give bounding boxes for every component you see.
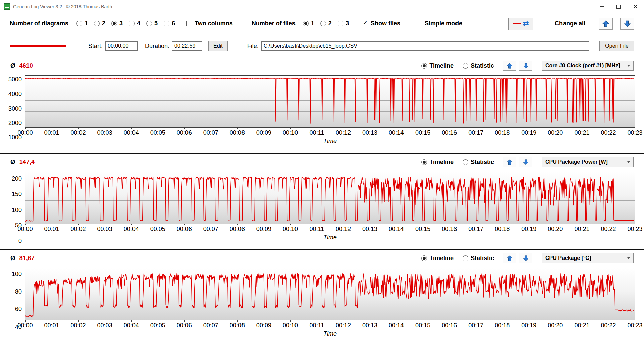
change-all-down-button[interactable]: [620, 18, 634, 30]
option-label: 4: [137, 20, 140, 27]
radio-icon[interactable]: [320, 21, 326, 26]
metric-dropdown[interactable]: CPU Package Power [W]: [542, 157, 634, 167]
x-tick-label: 00:13: [362, 129, 377, 136]
x-tick-label: 00:03: [97, 322, 112, 329]
timeline-radio[interactable]: Timeline: [421, 62, 454, 69]
y-tick-label: 80: [15, 288, 22, 295]
diagram-count-option-1[interactable]: 1: [76, 20, 88, 27]
timeline-label: Timeline: [429, 159, 454, 166]
radio-icon[interactable]: [164, 21, 169, 26]
edit-button[interactable]: Edit: [208, 41, 228, 51]
diagram-panel-3: Ø 81,67 Timeline Statistic CPU Package […: [0, 249, 644, 345]
plot-area[interactable]: [25, 268, 635, 320]
radio-icon[interactable]: [76, 21, 82, 26]
diagram-count-option-5[interactable]: 5: [146, 20, 158, 27]
x-tick-label: 00:07: [203, 322, 218, 329]
checkbox-icon[interactable]: [363, 21, 368, 26]
file-path-input[interactable]: [261, 41, 589, 51]
radio-icon[interactable]: [463, 63, 468, 69]
chart-package-temperature: 406080100 00:0000:0100:0200:0300:0400:05…: [25, 268, 635, 337]
statistic-radio[interactable]: Statistic: [463, 62, 494, 69]
close-icon: [633, 4, 638, 9]
radio-icon[interactable]: [421, 63, 427, 69]
chart-package-power: 050100150200 00:0000:0100:0200:0300:0400…: [25, 172, 635, 241]
x-tick-label: 00:17: [468, 226, 483, 233]
diagram-count-option-3[interactable]: 3: [111, 20, 123, 27]
series-line: [25, 79, 634, 123]
average-value: 4610: [19, 62, 33, 69]
file-count-option-1[interactable]: 1: [303, 20, 314, 27]
radio-icon[interactable]: [303, 21, 309, 26]
x-tick-label: 00:18: [495, 322, 510, 329]
move-up-button[interactable]: [503, 253, 516, 263]
radio-icon[interactable]: [421, 159, 427, 165]
diagram-count-option-2[interactable]: 2: [94, 20, 105, 27]
start-time-input[interactable]: [105, 41, 138, 51]
x-tick-label: 00:10: [283, 129, 298, 136]
minimize-icon: [600, 6, 604, 7]
timeline-radio[interactable]: Timeline: [421, 159, 454, 166]
show-files-checkbox[interactable]: Show files: [363, 20, 400, 27]
chevron-down-icon: [627, 161, 630, 163]
two-columns-checkbox[interactable]: Two columns: [186, 20, 233, 27]
radio-icon[interactable]: [463, 159, 468, 165]
x-tick-label: 00:15: [415, 129, 430, 136]
metric-dropdown-value: Core #0 Clock (perf #1) [MHz]: [545, 63, 625, 69]
statistic-radio[interactable]: Statistic: [463, 159, 494, 166]
x-tick-label: 00:05: [150, 226, 165, 233]
simple-mode-checkbox[interactable]: Simple mode: [417, 20, 462, 27]
x-tick-label: 00:09: [256, 226, 271, 233]
gridline: [25, 224, 635, 224]
toolbar: Number of diagrams 1 2 3 4 5 6 Two colum…: [0, 13, 644, 35]
x-axis: 00:0000:0100:0200:0300:0400:0500:0600:07…: [25, 225, 635, 234]
radio-icon[interactable]: [146, 21, 152, 26]
minimize-button[interactable]: [593, 0, 610, 13]
open-file-button[interactable]: Open File: [599, 41, 634, 51]
radio-icon[interactable]: [421, 255, 427, 261]
checkbox-icon[interactable]: [186, 21, 192, 26]
arrow-down-icon: [523, 63, 529, 69]
checkbox-icon[interactable]: [417, 21, 422, 26]
y-tick-label: 100: [12, 271, 22, 278]
change-all-label: Change all: [555, 20, 585, 27]
radio-icon[interactable]: [129, 21, 135, 26]
panel-header: Ø 147,4 Timeline Statistic CPU Package P…: [0, 156, 644, 168]
radio-icon[interactable]: [111, 21, 117, 26]
file-count-option-3[interactable]: 3: [338, 20, 349, 27]
option-label: 1: [311, 20, 314, 27]
x-tick-label: 00:03: [97, 129, 112, 136]
maximize-button[interactable]: [610, 0, 627, 13]
statistic-radio[interactable]: Statistic: [463, 255, 494, 262]
diagram-count-option-6[interactable]: 6: [164, 20, 175, 27]
duration-input[interactable]: [172, 41, 202, 51]
line-color-swap-button[interactable]: ⇄: [508, 18, 533, 30]
move-up-button[interactable]: [503, 61, 516, 71]
x-tick-label: 00:14: [389, 129, 404, 136]
radio-icon[interactable]: [338, 21, 343, 26]
timeline-radio[interactable]: Timeline: [421, 255, 454, 262]
plot-area[interactable]: [25, 75, 635, 128]
radio-icon[interactable]: [463, 255, 468, 261]
move-down-button[interactable]: [519, 157, 532, 167]
move-down-button[interactable]: [519, 61, 532, 71]
chevron-down-icon: [627, 257, 630, 259]
arrow-up-icon: [506, 159, 513, 165]
file-count-option-2[interactable]: 2: [320, 20, 332, 27]
metric-dropdown[interactable]: Core #0 Clock (perf #1) [MHz]: [542, 61, 634, 71]
number-of-files-label: Number of files: [252, 20, 296, 27]
change-all-up-button[interactable]: [599, 18, 613, 30]
chevron-down-icon: [627, 65, 630, 67]
metric-dropdown[interactable]: CPU Package [°C]: [542, 253, 634, 263]
y-tick-label: 4000: [8, 91, 22, 98]
move-up-button[interactable]: [503, 157, 516, 167]
diagram-panel-1: Ø 4610 Timeline Statistic Core #0 Clock …: [0, 57, 644, 153]
arrow-down-icon: [523, 255, 529, 262]
move-down-button[interactable]: [519, 253, 532, 263]
plot-area[interactable]: [25, 172, 635, 224]
radio-icon[interactable]: [94, 21, 100, 26]
maximize-icon: [616, 5, 621, 9]
statistic-label: Statistic: [471, 62, 494, 69]
close-button[interactable]: [627, 0, 644, 13]
x-axis: 00:0000:0100:0200:0300:0400:0500:0600:07…: [25, 129, 635, 137]
diagram-count-option-4[interactable]: 4: [129, 20, 140, 27]
